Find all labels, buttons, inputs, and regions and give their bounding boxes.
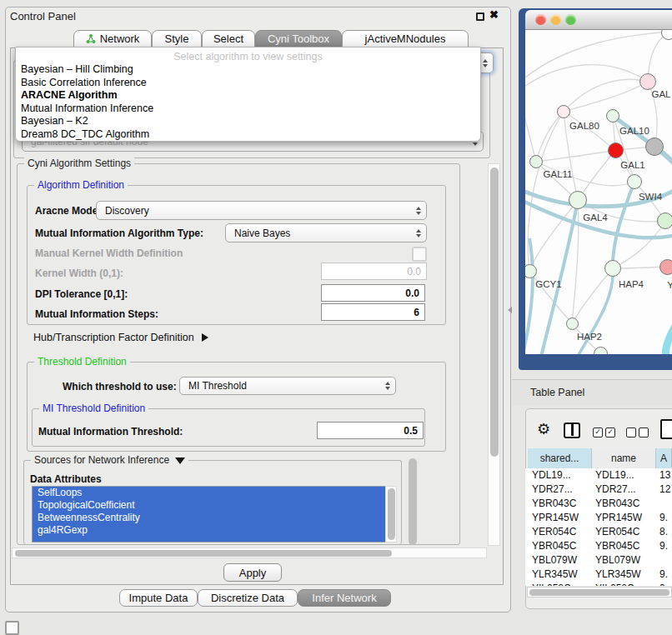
threshold-definition-title: Threshold Definition xyxy=(34,356,130,368)
attribute-list-item[interactable]: SelfLoops xyxy=(33,487,396,499)
tab-impute-data[interactable]: Impute Data xyxy=(119,589,198,607)
table-cell: 9. xyxy=(659,568,668,580)
hub-definition-expander[interactable]: Hub/Transcription Factor Definition xyxy=(33,332,208,343)
mi-threshold-group-title: MI Threshold Definition xyxy=(39,402,148,414)
expand-right-icon xyxy=(202,333,208,342)
algorithm-option[interactable]: Dream8 DC_TDC Algorithm xyxy=(21,128,149,140)
hub-definition-label: Hub/Transcription Factor Definition xyxy=(33,332,194,343)
algorithm-option[interactable]: Bayesian – K2 xyxy=(21,115,88,127)
mi-type-combobox[interactable]: Naive Bayes xyxy=(225,223,427,242)
attribute-list-item[interactable]: gal4RGexp xyxy=(33,524,396,537)
attribute-list-item[interactable]: TopologicalCoefficient xyxy=(33,499,396,512)
manual-kernel-label: Manual Kernel Width Definition xyxy=(35,248,183,259)
table-cell: YDR27... xyxy=(532,483,573,495)
network-node-label: GAL10 xyxy=(619,126,649,136)
algorithm-option[interactable]: Bayesian – Hill Climbing xyxy=(21,63,133,75)
table-horizontal-scrollbar[interactable] xyxy=(527,587,672,598)
collapse-down-icon xyxy=(175,458,185,464)
table-row[interactable]: YPR145WYPR145W9. xyxy=(525,511,672,525)
table-row[interactable]: YER054CYER054C8. xyxy=(525,525,672,539)
dpi-tolerance-field[interactable]: 0.0 xyxy=(321,284,425,302)
which-threshold-combobox[interactable]: MI Threshold xyxy=(179,377,396,395)
sources-scrollbar-thumb[interactable] xyxy=(409,458,417,545)
close-traffic-light-icon[interactable] xyxy=(535,14,546,25)
network-node[interactable] xyxy=(604,260,621,277)
algorithm-option[interactable]: Mutual Information Inference xyxy=(21,102,153,114)
apply-button[interactable]: Apply xyxy=(223,563,282,582)
network-node[interactable] xyxy=(608,142,624,158)
sources-group-title[interactable]: Sources for Network Inference xyxy=(31,454,188,466)
network-node[interactable] xyxy=(557,105,570,118)
aracne-mode-combobox[interactable]: Discovery xyxy=(96,201,427,220)
settings-horizontal-scrollbar[interactable] xyxy=(12,548,487,558)
table-row[interactable]: YBR043CYBR043C xyxy=(525,497,672,511)
combobox-stepper-icon xyxy=(483,59,488,68)
table-column-header[interactable]: shared... xyxy=(528,448,592,468)
aracne-mode-label: Aracne Mode: xyxy=(35,205,101,217)
network-node[interactable] xyxy=(529,155,543,168)
network-canvas[interactable]: GALGAL80GAL10GAL1GAL11SWI4GAL4GCY1HAP4YH… xyxy=(525,30,672,354)
table-cell: YBL079W xyxy=(532,554,577,566)
network-node[interactable] xyxy=(569,191,587,209)
network-node[interactable] xyxy=(657,212,672,229)
network-node[interactable] xyxy=(525,264,537,278)
table-cell: 9. xyxy=(659,512,668,523)
tab-cyni-toolbox[interactable]: Cyni Toolbox xyxy=(255,30,342,48)
network-icon xyxy=(86,34,96,44)
table-row[interactable]: YBR045CYBR045C9. xyxy=(525,539,672,553)
minimized-panel-icon[interactable] xyxy=(5,621,19,635)
table-cell: YIL052C xyxy=(595,582,634,586)
algorithm-option[interactable]: Basic Correlation Inference xyxy=(21,77,147,88)
network-window-titlebar[interactable] xyxy=(525,10,672,30)
which-threshold-label: Which threshold to use: xyxy=(63,381,177,392)
tab-network[interactable]: Network xyxy=(73,30,152,48)
combobox-stepper-icon xyxy=(416,229,421,238)
network-node-label: Y xyxy=(667,280,672,290)
table-row[interactable]: YDR27...YDR27...12 xyxy=(525,482,672,497)
table-row[interactable]: YDL19...YDL19...13 xyxy=(525,468,672,482)
table-cell: YER054C xyxy=(595,526,639,538)
network-node[interactable] xyxy=(606,109,619,122)
mi-threshold-label: Mutual Information Threshold: xyxy=(38,426,183,438)
table-row[interactable]: YLR345WYLR345W9. xyxy=(525,568,672,582)
show-checked-columns-icon[interactable]: ✓✓ xyxy=(593,428,615,438)
table-row[interactable]: YBL079WYBL079W xyxy=(525,553,672,568)
network-node[interactable] xyxy=(659,259,672,275)
zoom-traffic-light-icon[interactable] xyxy=(565,14,576,25)
network-node[interactable] xyxy=(566,318,579,330)
control-panel-title: Control Panel xyxy=(10,10,76,22)
hide-columns-icon[interactable] xyxy=(626,428,649,438)
table-column-header[interactable]: A xyxy=(656,448,672,468)
tab-discretize-data[interactable]: Discretize Data xyxy=(198,589,298,607)
network-node[interactable] xyxy=(639,73,656,90)
table-cell: YPR145W xyxy=(595,512,642,523)
network-view-window[interactable]: GALGAL80GAL10GAL1GAL11SWI4GAL4GCY1HAP4YH… xyxy=(519,8,672,370)
tab-infer-network[interactable]: Infer Network xyxy=(298,589,391,607)
network-node[interactable] xyxy=(645,138,664,156)
splitter-collapse-icon[interactable] xyxy=(508,307,512,313)
float-window-icon[interactable] xyxy=(476,12,484,21)
network-node[interactable] xyxy=(627,174,642,189)
settings-vertical-scrollbar[interactable] xyxy=(488,163,500,546)
tab-select[interactable]: Select xyxy=(202,30,255,48)
minimize-traffic-light-icon[interactable] xyxy=(550,14,561,25)
mi-threshold-field[interactable]: 0.5 xyxy=(317,422,424,439)
column-split-icon[interactable] xyxy=(564,422,580,438)
close-icon[interactable]: ✖ xyxy=(489,8,499,21)
attribute-list-item[interactable]: BetweennessCentrality xyxy=(33,512,396,524)
table-column-header[interactable]: name xyxy=(592,448,656,468)
table-body[interactable]: YDL19...YDL19...13YDR27...YDR27...12YBR0… xyxy=(525,468,672,586)
tab-style[interactable]: Style xyxy=(152,30,202,48)
document-icon[interactable] xyxy=(660,419,672,439)
algorithm-option[interactable]: ARACNE Algorithm xyxy=(21,89,118,101)
data-attributes-list[interactable]: SelfLoopsTopologicalCoefficientBetweenne… xyxy=(32,486,397,542)
attribute-list-scrollbar[interactable] xyxy=(385,486,397,542)
which-threshold-value: MI Threshold xyxy=(188,380,247,392)
cyni-settings-title: Cyni Algorithm Settings xyxy=(24,158,134,169)
tab-jactivemnodules[interactable]: jActiveMNodules xyxy=(342,30,469,48)
table-row[interactable]: YIL052CYIL052C9 xyxy=(525,582,672,586)
mi-steps-field[interactable]: 6 xyxy=(321,303,425,321)
kernel-width-field[interactable]: 0.0 xyxy=(321,262,427,280)
manual-kernel-checkbox[interactable] xyxy=(412,247,427,262)
gear-icon[interactable]: ⚙ xyxy=(537,420,550,438)
